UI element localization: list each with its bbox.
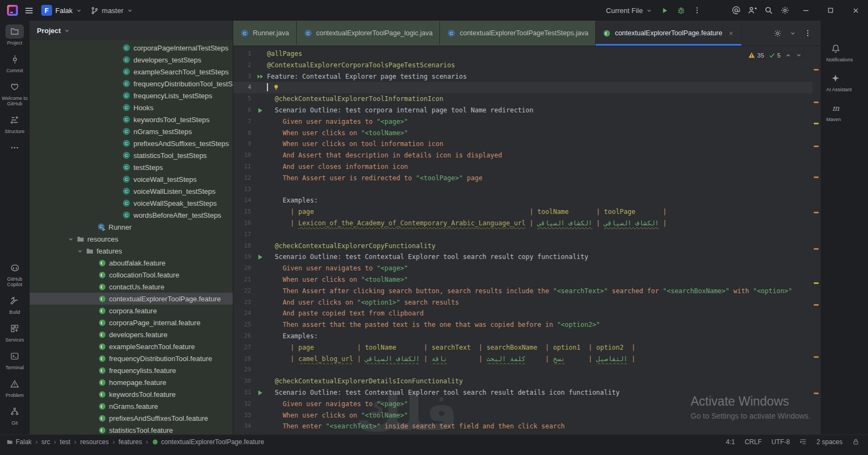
tree-item[interactable]: CfrequencyDistributionTool_testSteps <box>30 78 233 90</box>
window-close-button[interactable] <box>843 0 868 21</box>
tree-item[interactable]: CexampleSearchTool_testSteps <box>30 66 233 78</box>
scroll-error-stripe-mark[interactable] <box>814 356 819 358</box>
run-test-icon[interactable] <box>253 251 267 263</box>
tree-item[interactable]: features <box>30 245 233 257</box>
breadcrumb-item[interactable]: features <box>118 438 142 446</box>
scroll-error-stripe-mark[interactable] <box>814 176 819 178</box>
tool-button-git[interactable]: Git <box>0 405 29 426</box>
editor-scrollbar[interactable] <box>813 46 820 434</box>
inspections-widget[interactable]: 35 5 <box>744 50 806 60</box>
tree-item[interactable]: frequencylists.feature <box>30 364 233 376</box>
tree-item[interactable]: frequencyDistributionTool.feature <box>30 352 233 364</box>
intention-bulb-icon[interactable] <box>273 83 279 93</box>
tree-item[interactable]: aboutfalak.feature <box>30 257 233 269</box>
tree-item[interactable]: CvoiceWallSpeak_testSteps <box>30 197 233 209</box>
editor-settings-gear-icon[interactable] <box>774 29 782 37</box>
tree-item[interactable]: developers.feature <box>30 328 233 340</box>
editor-tab[interactable]: CRunner.java <box>233 21 297 46</box>
next-problem-chevron-down-icon[interactable] <box>796 52 802 58</box>
code-with-me-at-icon[interactable] <box>728 2 744 18</box>
tree-item[interactable]: resources <box>30 233 233 245</box>
window-maximize-button[interactable] <box>818 0 843 21</box>
tool-button-structure[interactable]: Structure <box>0 113 29 134</box>
lock-icon[interactable] <box>852 438 859 445</box>
tree-item[interactable]: CfrequencyLists_testSteps <box>30 90 233 102</box>
hide-tabs-chevron-down-icon[interactable] <box>790 30 796 36</box>
scroll-error-stripe-mark[interactable] <box>814 212 819 213</box>
vcs-branch-widget[interactable]: master <box>86 2 137 18</box>
tree-item[interactable]: keywordsTool.feature <box>30 388 233 400</box>
breadcrumb-item[interactable]: test <box>60 438 70 446</box>
settings-gear-icon[interactable] <box>777 2 793 18</box>
line-ending-widget[interactable]: CRLF <box>745 438 762 446</box>
project-widget[interactable]: F Falak <box>37 2 86 18</box>
tree-item[interactable]: CstatisticsTool_testSteps <box>30 149 233 161</box>
tree-item[interactable]: CtestSteps <box>30 161 233 173</box>
tool-button-more-tools[interactable] <box>0 141 29 155</box>
tree-item[interactable]: CcorporaPageInternalTestSteps <box>30 42 233 54</box>
tool-button-project[interactable]: Project <box>0 24 29 46</box>
warnings-counter[interactable]: 35 <box>748 52 764 59</box>
scroll-error-stripe-mark[interactable] <box>814 248 819 250</box>
run-test-icon[interactable] <box>253 105 267 116</box>
project-panel-header[interactable]: Project <box>30 21 233 40</box>
encoding-widget[interactable]: UTF-8 <box>771 438 790 446</box>
chevron-down-icon[interactable] <box>68 236 74 242</box>
scroll-error-stripe-mark[interactable] <box>814 304 819 306</box>
window-minimize-button[interactable] <box>793 0 818 21</box>
run-configuration-selector[interactable]: Current File <box>602 2 656 18</box>
chevron-down-icon[interactable] <box>77 248 83 254</box>
tree-item[interactable]: Cdevelopers_testSteps <box>30 54 233 66</box>
editor-tab[interactable]: contextualExplorerToolPage.feature <box>596 21 742 46</box>
tool-button-problems[interactable]: Problem <box>0 377 29 398</box>
tree-item[interactable]: CwordsBeforeAfter_testSteps <box>30 209 233 221</box>
tool-button-build[interactable]: Build <box>0 294 29 315</box>
scroll-error-stripe-mark[interactable] <box>814 393 819 394</box>
scroll-error-stripe-mark[interactable] <box>814 123 819 124</box>
debug-button[interactable] <box>673 2 689 18</box>
tree-item[interactable]: CnGrams_testSteps <box>30 125 233 137</box>
invite-user-icon[interactable] <box>744 2 761 18</box>
tree-item[interactable]: CvoiceWallListen_testSteps <box>30 185 233 197</box>
tree-item[interactable]: CHooks <box>30 102 233 113</box>
breadcrumb-item[interactable]: src <box>41 438 50 446</box>
breadcrumb-item[interactable]: resources <box>80 438 109 446</box>
tool-button-terminal[interactable]: Terminal <box>0 349 29 370</box>
previous-problem-chevron-up-icon[interactable] <box>785 52 792 59</box>
tool-button-notifications[interactable]: Notifications <box>826 41 868 62</box>
editor-tab[interactable]: CcontextualExplorerToolPage_logic.java <box>297 21 441 46</box>
tab-options-kebab-icon[interactable] <box>804 29 812 37</box>
tree-item[interactable]: statisticsTool.feature <box>30 424 233 434</box>
tree-item[interactable]: prefixesAndSuffixesTool.feature <box>30 412 233 424</box>
tree-item[interactable]: nGrams.feature <box>30 400 233 412</box>
run-button[interactable] <box>656 2 673 18</box>
tree-item[interactable]: contextualExplorerToolPage.feature <box>30 293 233 305</box>
tree-item[interactable]: exampleSearchTool.feature <box>30 340 233 352</box>
tree-item[interactable]: homepage.feature <box>30 376 233 388</box>
breadcrumb-item[interactable]: Falak <box>7 438 31 446</box>
run-test-icon[interactable] <box>253 71 267 83</box>
tree-item[interactable]: collocationTool.feature <box>30 269 233 281</box>
tree-item[interactable]: corporaPage_internal.feature <box>30 317 233 328</box>
editor-tab[interactable]: CcontextualExplorerToolPageTestSteps.jav… <box>440 21 596 46</box>
caret-position-widget[interactable]: 4:1 <box>726 438 735 446</box>
scroll-error-stripe-mark[interactable] <box>814 282 819 284</box>
scroll-error-stripe-mark[interactable] <box>814 69 819 71</box>
tree-item[interactable]: corpora.feature <box>30 305 233 317</box>
tree-item[interactable]: CprefixesAndSuffixes_testSteps <box>30 137 233 149</box>
search-everywhere-icon[interactable] <box>761 2 777 18</box>
scroll-error-stripe-mark[interactable] <box>814 146 819 147</box>
tool-button-ai-assistant[interactable]: AI Assistant <box>826 71 868 92</box>
tool-button-welcome-github[interactable]: Welcome to GitHub <box>0 80 29 106</box>
more-actions-kebab-icon[interactable] <box>689 2 705 18</box>
tool-button-services[interactable]: Services <box>0 321 29 343</box>
tool-button-github-copilot[interactable]: GitHub Copilot <box>0 261 29 287</box>
breadcrumb-item[interactable]: contextualExplorerToolPage.feature <box>152 438 264 446</box>
run-test-icon[interactable] <box>253 387 267 399</box>
editor-body[interactable]: 1@allPages2@ContextualExplorerCorporaToo… <box>233 46 820 434</box>
tree-item[interactable]: contactUs.feature <box>30 281 233 293</box>
close-tab-icon[interactable] <box>728 30 734 36</box>
scroll-error-stripe-mark[interactable] <box>814 102 819 103</box>
indent-widget[interactable]: 2 spaces <box>816 438 843 446</box>
tool-button-commit[interactable]: Commit <box>0 52 29 73</box>
